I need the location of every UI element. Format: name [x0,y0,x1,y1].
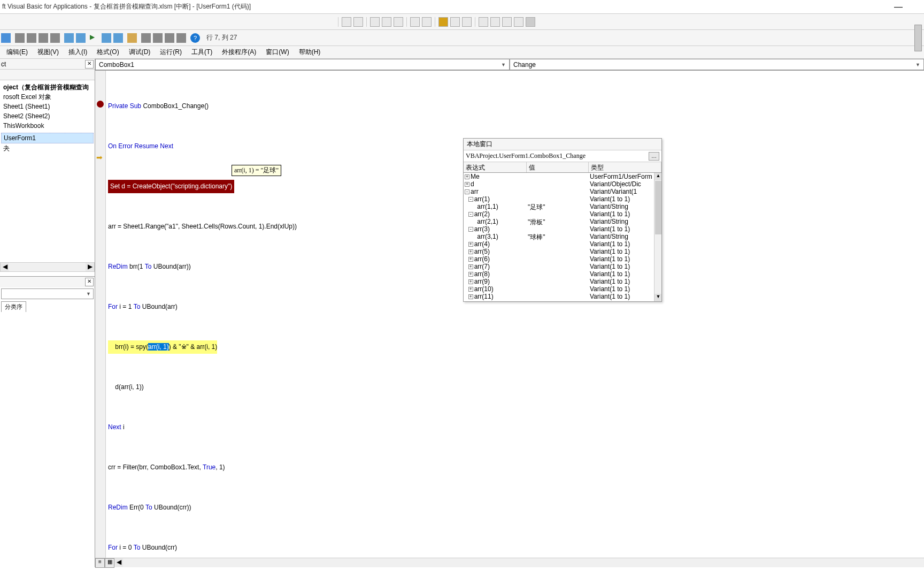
comment-icon[interactable] [450,17,460,27]
locals-row[interactable]: +arr(5)Variant(1 to 1) [464,248,654,255]
locals-title-bar[interactable]: 本地窗口 [464,139,661,150]
locals-scrollbar-v[interactable]: ▲ ▼ [654,173,661,301]
toolbox-icon[interactable] [176,33,186,43]
locals-row[interactable]: -arr(2)Variant(1 to 1) [464,210,654,218]
clear-bookmark-icon[interactable] [514,17,523,27]
menu-view[interactable]: 视图(V) [33,47,63,58]
save-icon[interactable] [1,33,11,43]
toolbar-grip-icon[interactable] [526,17,535,27]
expand-icon[interactable]: + [468,242,473,247]
code-scrollbar-h[interactable]: ≡ ▦ ◀ [95,558,924,567]
locals-call-stack-button[interactable]: … [649,152,659,161]
locals-row[interactable]: +arr(6)Variant(1 to 1) [464,255,654,263]
locals-row[interactable]: +arr(11)Variant(1 to 1) [464,293,654,300]
break-icon[interactable] [102,33,111,43]
props-tab-category[interactable]: 分类序 [1,301,26,312]
scroll-left-icon[interactable]: ◀ [114,558,123,567]
col-type[interactable]: 类型 [589,162,661,172]
locals-window[interactable]: 本地窗口 VBAProject.UserForm1.ComboBox1_Chan… [463,138,662,302]
procedure-view-icon[interactable]: ≡ [95,558,105,568]
locals-row[interactable]: +arr(10)Variant(1 to 1) [464,285,654,293]
props-close-button[interactable]: ✕ [85,278,94,286]
scroll-right-icon[interactable]: ▶ [86,263,94,271]
reset-icon[interactable] [113,33,123,43]
breakpoint-icon[interactable] [97,101,104,108]
col-expression[interactable]: 表达式 [464,162,527,172]
quick-watch-icon[interactable] [353,17,363,27]
locals-row[interactable]: +arr(8)Variant(1 to 1) [464,270,654,278]
locals-row[interactable]: +arr(9)Variant(1 to 1) [464,278,654,285]
find-icon[interactable] [50,33,60,43]
menu-insert[interactable]: 插入(I) [64,47,91,58]
expand-icon[interactable]: + [465,174,469,179]
locals-row[interactable]: -arr(1)Variant(1 to 1) [464,195,654,203]
collapse-icon[interactable]: - [468,197,473,202]
breakpoint-toggle-icon[interactable] [438,17,448,27]
expand-icon[interactable]: + [468,264,473,269]
tree-node-excel[interactable]: rosoft Excel 对象 [1,92,94,102]
expand-icon[interactable]: + [468,279,473,284]
help-icon[interactable]: ? [190,33,200,43]
locals-row[interactable]: -arrVariant/Variant(1 [464,188,654,195]
locals-row[interactable]: -arr(3)Variant(1 to 1) [464,225,654,233]
paste-icon[interactable] [38,33,48,43]
expand-icon[interactable]: + [468,272,473,277]
menu-format[interactable]: 格式(O) [93,47,123,58]
menu-help[interactable]: 帮助(H) [295,47,325,58]
scroll-down-icon[interactable]: ▼ [654,294,661,301]
collapse-icon[interactable]: - [465,189,469,194]
expand-icon[interactable]: + [468,287,473,292]
tree-node-module[interactable]: 夬 [1,143,94,153]
code-margin[interactable]: ➡ [95,71,106,567]
expand-icon[interactable]: + [468,257,473,262]
outdent-icon[interactable] [422,17,432,27]
scroll-thumb[interactable] [655,181,661,234]
minimize-button[interactable]: — [894,2,903,12]
menu-debug[interactable]: 调试(D) [125,47,155,58]
expand-icon[interactable]: + [465,182,469,187]
uncomment-icon[interactable] [462,17,472,27]
object-browser-icon[interactable] [165,33,174,43]
copy-icon[interactable] [27,33,36,43]
locals-row[interactable]: arr(1,1)"足球"Variant/String [464,203,654,210]
menu-addins[interactable]: 外接程序(A) [218,47,260,58]
run-icon[interactable]: ▶ [90,33,99,43]
toolbar-scroll-thumb[interactable] [914,25,922,51]
procedure-combo[interactable]: Change ▼ [510,59,924,70]
locals-row[interactable]: +dVariant/Object/Dic [464,180,654,188]
object-combo[interactable]: ComboBox1 ▼ [95,59,510,70]
expand-icon[interactable]: + [468,249,473,254]
project-explorer-icon[interactable] [141,33,151,43]
full-module-view-icon[interactable]: ▦ [105,558,114,568]
collapse-icon[interactable]: - [468,212,473,217]
tree-root[interactable]: oject（复合框首拼音模糊查询 [1,82,94,92]
props-object-combo[interactable]: ▼ [1,288,94,299]
menu-window[interactable]: 窗口(W) [261,47,293,58]
step-out-icon[interactable] [394,17,403,27]
tree-node-sheet1[interactable]: Sheet1 (Sheet1) [1,102,94,111]
locals-row[interactable]: arr(3,1)"球棒"Variant/String [464,233,654,240]
bookmark-icon[interactable] [479,17,488,27]
panel-close-button[interactable]: ✕ [85,60,94,69]
menu-edit[interactable]: 编辑(E) [2,47,32,58]
scroll-left-icon[interactable]: ◀ [1,263,9,271]
redo-icon[interactable] [76,33,86,43]
step-over-icon[interactable] [382,17,391,27]
locals-row[interactable]: arr(2,1)"滑板"Variant/String [464,218,654,225]
locals-row[interactable]: +arr(4)Variant(1 to 1) [464,240,654,248]
locals-row[interactable]: +arr(7)Variant(1 to 1) [464,263,654,270]
design-mode-icon[interactable] [127,33,137,43]
watch-icon[interactable] [342,17,351,27]
project-tree[interactable]: oject（复合框首拼音模糊查询 rosoft Excel 对象 Sheet1 … [0,80,95,155]
menu-run[interactable]: 运行(R) [156,47,186,58]
locals-row[interactable]: +MeUserForm1/UserForm [464,173,654,180]
next-bookmark-icon[interactable] [490,17,500,27]
tree-node-workbook[interactable]: ThisWorkbook [1,121,94,131]
step-into-icon[interactable] [370,17,380,27]
collapse-icon[interactable]: - [468,227,473,232]
properties-icon[interactable] [153,33,163,43]
col-value[interactable]: 值 [527,162,589,172]
tree-node-sheet2[interactable]: Sheet2 (Sheet2) [1,111,94,121]
tree-scroll-h[interactable]: ◀ ▶ [0,262,95,272]
expand-icon[interactable]: + [468,294,473,299]
